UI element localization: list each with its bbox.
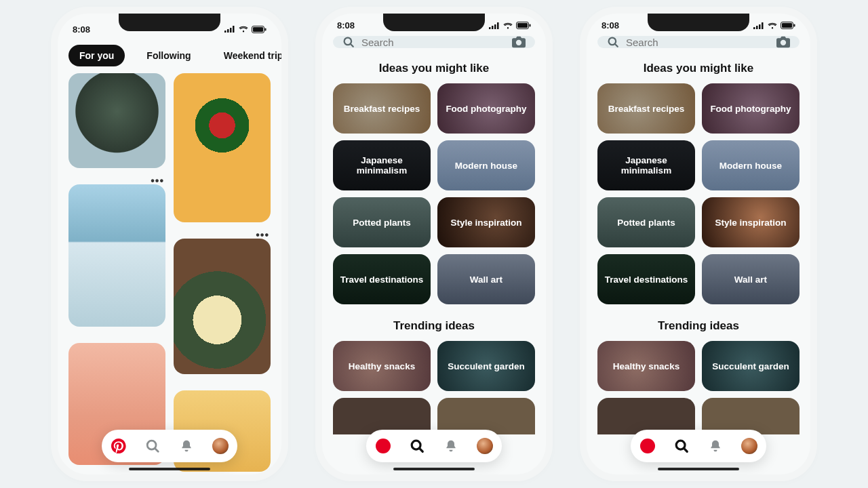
status-time: 8:08 — [337, 20, 355, 30]
signal-icon — [489, 22, 500, 29]
phone-search: 8:08 Ideas you might like Breakfast reci… — [322, 14, 546, 474]
avatar — [741, 438, 757, 454]
phone-search-variant: 8:08 Ideas you might like Breakfast reci… — [587, 14, 810, 474]
idea-modern-house[interactable]: Modern house — [702, 140, 800, 190]
svg-rect-1 — [227, 29, 229, 33]
idea-travel-destinations[interactable]: Travel destinations — [597, 254, 695, 304]
nav-profile[interactable] — [210, 435, 231, 457]
search-bar[interactable] — [333, 36, 535, 48]
svg-point-30 — [640, 439, 655, 453]
idea-peek[interactable] — [597, 398, 695, 434]
svg-rect-11 — [494, 24, 496, 29]
home-indicator[interactable] — [658, 468, 739, 470]
search-input[interactable] — [626, 37, 770, 48]
bottom-nav — [366, 430, 502, 462]
nav-search[interactable] — [406, 435, 428, 457]
camera-icon[interactable] — [512, 36, 526, 48]
notch — [119, 14, 220, 31]
svg-rect-9 — [489, 27, 491, 29]
pin[interactable] — [68, 184, 165, 336]
ideas-grid: Breakfast recipes Food photography Japan… — [587, 83, 810, 304]
phone-feed: 8:08 For you Following Weekend trip Kitc… — [58, 14, 281, 474]
svg-rect-23 — [759, 24, 761, 29]
wifi-icon — [768, 22, 777, 29]
idea-healthy-snacks[interactable]: Healthy snacks — [333, 341, 431, 391]
svg-line-32 — [684, 449, 688, 452]
svg-rect-10 — [492, 26, 494, 29]
notch — [648, 14, 749, 31]
status-right — [489, 22, 531, 29]
search-input[interactable] — [361, 37, 505, 48]
feed-tabs[interactable]: For you Following Weekend trip Kitche — [58, 38, 281, 73]
idea-peek[interactable] — [333, 398, 431, 434]
pin[interactable]: ••• — [68, 73, 165, 178]
nav-home[interactable] — [637, 435, 658, 457]
idea-healthy-snacks[interactable]: Healthy snacks — [597, 341, 695, 391]
svg-rect-21 — [753, 27, 755, 29]
trending-title: Trending ideas — [587, 319, 810, 333]
idea-potted-plants[interactable]: Potted plants — [333, 197, 431, 247]
wifi-icon — [503, 22, 513, 29]
svg-rect-12 — [497, 22, 499, 29]
search-scroll[interactable]: Ideas you might like Breakfast recipes F… — [322, 58, 546, 474]
nav-notifications[interactable] — [176, 435, 197, 457]
idea-japanese-minimalism[interactable]: Japanese minimalism — [333, 140, 431, 190]
home-indicator[interactable] — [129, 468, 210, 470]
avatar — [212, 438, 229, 454]
ideas-title: Ideas you might like — [587, 62, 810, 75]
tab-following[interactable]: Following — [136, 45, 201, 66]
pin[interactable]: ••• — [174, 73, 271, 232]
feed-col-left: ••• — [68, 73, 165, 413]
status-right — [753, 22, 795, 29]
avatar — [477, 438, 493, 454]
battery-icon — [781, 22, 795, 29]
status-time: 8:08 — [601, 20, 619, 30]
camera-icon[interactable] — [776, 36, 790, 48]
nav-home[interactable] — [108, 435, 130, 457]
pin[interactable] — [174, 239, 271, 384]
idea-food-photography[interactable]: Food photography — [702, 83, 800, 134]
search-icon — [145, 439, 160, 453]
idea-japanese-minimalism[interactable]: Japanese minimalism — [597, 140, 695, 190]
nav-home[interactable] — [372, 435, 394, 457]
status-right — [224, 26, 267, 33]
svg-rect-24 — [762, 22, 764, 29]
feed-col-right: ••• — [174, 73, 271, 413]
svg-rect-26 — [782, 23, 792, 28]
home-indicator[interactable] — [393, 468, 475, 470]
idea-travel-destinations[interactable]: Travel destinations — [333, 254, 431, 304]
pinterest-icon — [376, 439, 391, 453]
nav-notifications[interactable] — [440, 435, 462, 457]
tab-for-you[interactable]: For you — [68, 45, 125, 66]
nav-profile[interactable] — [474, 435, 496, 457]
feed-grid[interactable]: ••• ••• — [58, 73, 281, 474]
nav-notifications[interactable] — [705, 435, 726, 457]
nav-search[interactable] — [142, 435, 163, 457]
idea-succulent-garden[interactable]: Succulent garden — [437, 341, 535, 391]
search-scroll[interactable]: Ideas you might like Breakfast recipes F… — [587, 58, 810, 474]
idea-modern-house[interactable]: Modern house — [437, 140, 535, 190]
svg-rect-0 — [224, 30, 226, 33]
idea-food-photography[interactable]: Food photography — [437, 83, 535, 134]
svg-rect-2 — [230, 28, 232, 33]
idea-style-inspiration[interactable]: Style inspiration — [702, 197, 800, 247]
bottom-nav — [102, 430, 237, 462]
battery-icon — [252, 26, 267, 33]
nav-profile[interactable] — [738, 435, 760, 457]
idea-potted-plants[interactable]: Potted plants — [597, 197, 695, 247]
idea-breakfast-recipes[interactable]: Breakfast recipes — [333, 83, 431, 134]
nav-search[interactable] — [671, 435, 692, 457]
idea-breakfast-recipes[interactable]: Breakfast recipes — [597, 83, 695, 134]
svg-rect-27 — [794, 24, 795, 27]
search-icon — [342, 36, 355, 48]
idea-wall-art[interactable]: Wall art — [437, 254, 535, 304]
idea-peek[interactable] — [702, 398, 800, 434]
tab-weekend-trip[interactable]: Weekend trip — [213, 45, 281, 66]
idea-peek[interactable] — [437, 398, 535, 434]
search-icon — [607, 36, 619, 48]
status-time: 8:08 — [73, 24, 90, 35]
idea-succulent-garden[interactable]: Succulent garden — [702, 341, 800, 391]
idea-style-inspiration[interactable]: Style inspiration — [437, 197, 535, 247]
search-bar[interactable] — [597, 36, 800, 48]
idea-wall-art[interactable]: Wall art — [702, 254, 800, 304]
